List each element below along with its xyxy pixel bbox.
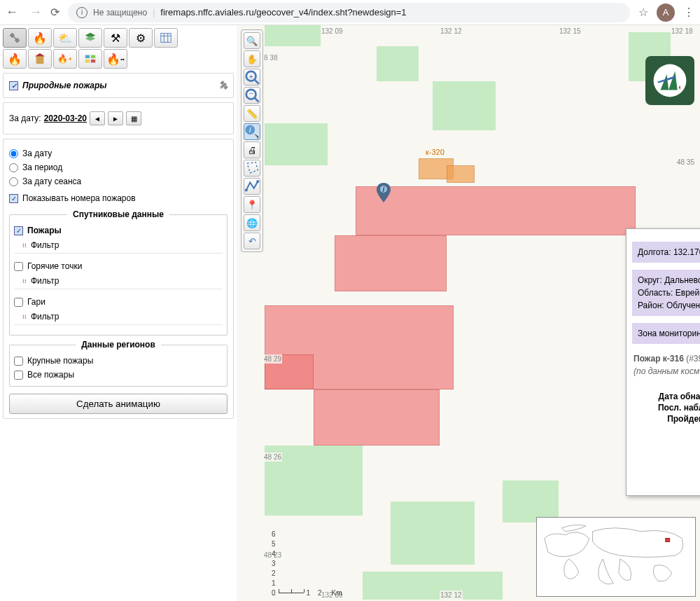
svg-rect-31 [666, 538, 670, 541]
polyline-tool[interactable] [244, 178, 260, 195]
bookmark-star-icon[interactable]: ☆ [638, 6, 648, 19]
undo-tool[interactable]: ↶ [244, 233, 260, 249]
svg-line-21 [255, 98, 259, 102]
area-label: Пройдено огнем: [634, 414, 700, 424]
svg-point-27 [654, 64, 687, 97]
radio-by-session-label: За дату сеанса [22, 177, 81, 186]
filter-label-3: Фильтр [31, 312, 59, 322]
reload-button[interactable]: ⟳ [50, 6, 59, 19]
lat-tick: 48 35 [677, 158, 694, 166]
fires-panel: ✓ Природные пожары 🛰 [3, 73, 234, 98]
lon-tick: 132 12 [440, 27, 463, 36]
date-prev-button[interactable]: ◄ [90, 111, 105, 125]
filter-label-2: Фильтр [31, 276, 59, 286]
fire-dots-btn[interactable]: 🔥•• [104, 49, 127, 69]
all-fires-label: Все пожары [27, 370, 74, 380]
hotspots-checkbox[interactable] [14, 262, 23, 271]
globe-tool[interactable]: 🌐 [244, 214, 260, 231]
date-calendar-button[interactable]: ▦ [126, 111, 141, 125]
measure-tool[interactable]: 📏 [244, 105, 260, 122]
map-area[interactable]: 132 09 132 12 132 15 132 18 132 09 132 1… [237, 25, 700, 601]
lon-tick: 132 15 [559, 27, 582, 36]
color-blocks-btn[interactable] [78, 49, 102, 69]
map-scale: 6 5 4 3 2 1 0 1 2 Km [272, 530, 342, 597]
scale-tick: 1 [307, 589, 311, 597]
minimap[interactable] [536, 517, 696, 597]
tools-tab[interactable]: ⚒ [104, 28, 127, 48]
oblast-label: Область: [638, 288, 673, 298]
pin-tool[interactable]: 📍 [244, 196, 260, 213]
svg-rect-14 [91, 60, 95, 63]
satellite-tab[interactable] [3, 28, 27, 48]
satellite-icon[interactable]: 🛰 [219, 81, 227, 90]
lasso-tool[interactable] [244, 160, 260, 177]
last-label: Посл. наблюдение: [634, 403, 700, 413]
settings-tab[interactable]: ⚙ [129, 28, 153, 48]
fires-filter[interactable]: ⁞⁞Фильтр [14, 237, 223, 254]
hotspots-filter[interactable]: ⁞⁞Фильтр [14, 273, 223, 289]
svg-marker-4 [85, 36, 95, 41]
show-numbers-checkbox[interactable]: ✓ [9, 194, 18, 203]
zoom-out-tool[interactable]: − [244, 87, 260, 104]
lon-tick: 132 18 [671, 27, 694, 36]
url-bar[interactable]: i Не защищено | firemaps.nffc.aviales.ru… [68, 3, 630, 22]
date-value[interactable]: 2020-03-20 [44, 113, 87, 123]
info-tool[interactable]: i [244, 123, 260, 140]
radio-by-date[interactable] [9, 149, 18, 158]
scale-tick: 5 [272, 540, 276, 550]
okrug-label: Округ: [638, 275, 662, 285]
date-label: За дату: [9, 113, 41, 123]
burns-label: Гари [27, 297, 46, 307]
make-animation-button[interactable]: Сделать анимацию [9, 394, 227, 414]
date-next-button[interactable]: ► [108, 111, 123, 125]
zoom-extent-tool[interactable]: 🔍 [244, 32, 260, 49]
zone-block: Зона мониторинга: Зона лесоавиационных р… [632, 323, 700, 344]
svg-marker-10 [35, 53, 45, 57]
pan-tool[interactable]: ✋ [244, 50, 260, 67]
k320-label: к-320 [426, 148, 444, 156]
building-btn[interactable] [28, 49, 52, 69]
lon-tick: 132 09 [321, 27, 344, 36]
svg-rect-11 [85, 55, 90, 59]
burns-checkbox[interactable] [14, 298, 23, 307]
satellite-fieldset: Спутниковые данные ✓Пожары ⁞⁞Фильтр Горя… [9, 209, 227, 336]
weather-tab[interactable]: ⛅ [53, 28, 77, 48]
svg-rect-9 [36, 56, 44, 64]
panel-title: Природные пожары [22, 81, 107, 90]
scale-unit: Km [331, 589, 342, 597]
all-fires-checkbox[interactable] [14, 371, 23, 380]
hotspots-label: Горячие точки [27, 261, 82, 271]
info-icon[interactable]: i [76, 7, 88, 18]
large-fires-checkbox[interactable] [14, 357, 23, 366]
svg-rect-30 [538, 518, 694, 596]
nav-arrows: ← → [6, 5, 42, 20]
sidebar: 🔥 ⛅ ⚒ ⚙ 🔥 🔥✦ 🔥•• ✓ Природные пожары 🛰 За [0, 25, 237, 601]
zone-label: Зона мониторинга: [638, 329, 700, 338]
single-fire-btn[interactable]: 🔥 [3, 49, 27, 69]
forward-button[interactable]: → [29, 5, 42, 20]
info-popup: ✕ ▴ ▾ Долгота: 132.1708° Широта: 48.5776… [626, 228, 700, 496]
panel-checkbox[interactable]: ✓ [9, 81, 18, 90]
radio-by-session[interactable] [9, 177, 18, 186]
avatar[interactable]: A [657, 4, 675, 22]
burns-filter[interactable]: ⁞⁞Фильтр [14, 309, 223, 325]
radio-by-period[interactable] [9, 163, 18, 172]
back-button[interactable]: ← [6, 5, 18, 20]
scale-tick: 2 [318, 589, 322, 597]
print-tool[interactable]: 🖨 [244, 141, 260, 158]
fire-explosion-btn[interactable]: 🔥✦ [53, 49, 77, 69]
sub-toolbar: 🔥 🔥✦ 🔥•• [3, 49, 234, 69]
scale-tick: 2 [272, 569, 276, 579]
calendar-tab[interactable] [154, 28, 178, 48]
security-label: Не защищено [93, 8, 147, 18]
zoom-in-tool[interactable]: + [244, 69, 260, 85]
scale-tick: 6 [272, 530, 276, 540]
fires-label: Пожары [27, 226, 62, 235]
svg-line-18 [255, 80, 259, 84]
date-row: За дату: 2020-03-20 ◄ ► ▦ [9, 107, 227, 130]
fire-tab[interactable]: 🔥 [28, 28, 52, 48]
menu-dots-icon[interactable]: ⋮ [683, 6, 694, 19]
svg-rect-12 [91, 55, 95, 59]
layers-tab[interactable] [78, 28, 102, 48]
fires-checkbox[interactable]: ✓ [14, 226, 23, 235]
